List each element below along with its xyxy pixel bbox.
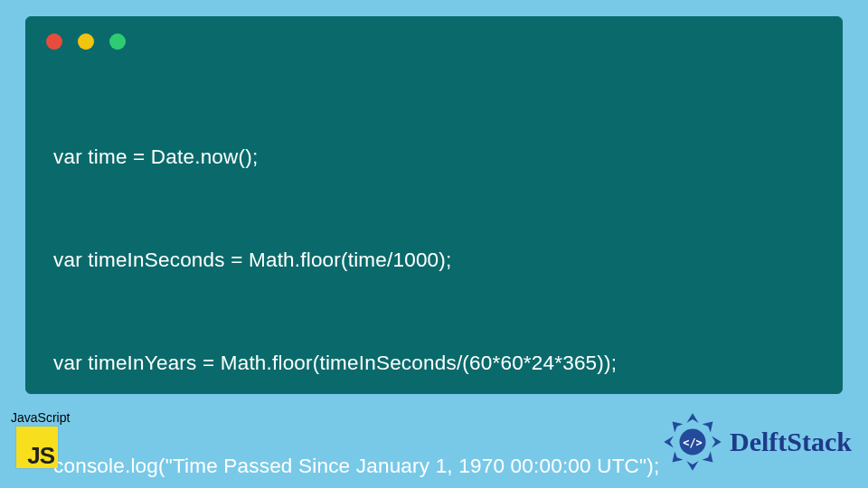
traffic-lights: [46, 33, 126, 50]
brand-name: DelftStack: [730, 427, 852, 457]
code-window: var time = Date.now(); var timeInSeconds…: [25, 16, 843, 394]
stage: var time = Date.now(); var timeInSeconds…: [0, 0, 868, 488]
svg-text:</>: </>: [683, 436, 702, 449]
svg-marker-4: [703, 422, 713, 433]
code-block: var time = Date.now(); var timeInSeconds…: [53, 71, 824, 375]
code-line: var time = Date.now();: [53, 140, 824, 174]
code-line: var timeInYears = Math.floor(timeInSecon…: [53, 346, 824, 380]
svg-marker-0: [686, 413, 698, 423]
svg-marker-1: [712, 436, 722, 447]
delftstack-logo-icon: </>: [663, 412, 722, 472]
js-icon: JS: [16, 427, 58, 468]
window-close-icon: [46, 33, 62, 50]
language-label: JavaScript: [11, 410, 70, 425]
svg-marker-7: [673, 422, 684, 433]
window-minimize-icon: [78, 33, 94, 50]
js-icon-text: JS: [27, 442, 54, 470]
svg-marker-2: [686, 461, 698, 471]
brand: </> DelftStack: [663, 412, 852, 472]
svg-marker-6: [673, 452, 684, 463]
svg-marker-3: [664, 436, 674, 447]
svg-marker-5: [703, 452, 713, 463]
window-zoom-icon: [109, 33, 126, 50]
code-line: var timeInSeconds = Math.floor(time/1000…: [53, 243, 824, 277]
language-badge: JavaScript JS: [11, 410, 70, 468]
